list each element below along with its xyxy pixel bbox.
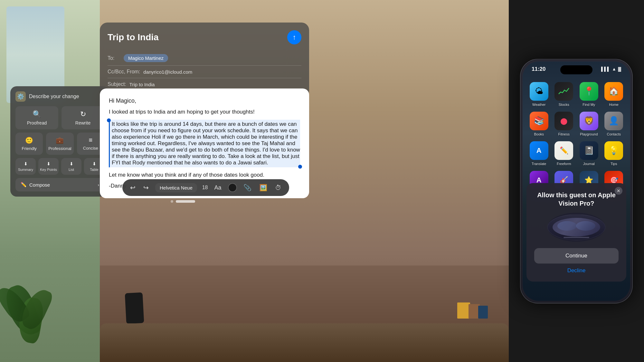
iphone-device: 11:20 ▌▌▌ ▲ ▓ 🌤 Weather — [520, 59, 633, 303]
chevron-right-icon: › — [98, 182, 99, 187]
undo-button[interactable]: ↩ — [129, 182, 137, 193]
font-size: 18 — [202, 185, 208, 190]
status-icons: ▌▌▌ ▲ ▓ — [601, 67, 621, 71]
email-first-paragraph: I looked at trips to India and am hoping… — [109, 109, 300, 115]
to-field-row: To: Magico Martinez — [108, 51, 301, 66]
continue-button[interactable]: Continue — [534, 248, 619, 264]
tools-row3: ⬇ Summary ⬇ Key Points ⬇ List ⬇ Table — [15, 158, 104, 175]
email-subject-line: Trip to India ↑ — [108, 30, 301, 44]
signal-icon: ▌▌▌ — [601, 67, 610, 71]
dialog-title: Allow this guest on Apple Vision Pro? — [534, 191, 619, 208]
app-contacts[interactable]: 👤 Contacts — [604, 112, 624, 136]
email-title: Trip to India — [108, 32, 159, 42]
attachment-button[interactable]: 📎 — [242, 182, 253, 193]
more-button[interactable]: ⏱ — [274, 183, 283, 193]
tools-row1: 🔍 Proofread ↻ Rewrite — [15, 106, 104, 129]
wifi-icon: ▲ — [612, 67, 616, 71]
app-stocks[interactable]: Stocks — [554, 82, 574, 107]
writing-tools-panel: ⚙️ Describe your change 🔍 Proofread ↻ Re… — [10, 86, 109, 197]
app-findmy[interactable]: 📍 Find My — [579, 82, 599, 107]
battery-icon: ▓ — [618, 67, 621, 71]
concise-icon: ≡ — [89, 136, 92, 144]
app-freeform[interactable]: ✏️ Freeform — [554, 141, 574, 166]
email-toolbar: ↩ ↪ Helvetica Neue 18 Aa 📎 🖼️ ⏱ — [122, 179, 289, 196]
smile-icon: 🙂 — [25, 136, 33, 144]
search-icon: 🔍 — [33, 110, 41, 118]
app-tips[interactable]: 💡 Tips — [604, 141, 624, 166]
page-dot — [171, 200, 173, 203]
redo-button[interactable]: ↪ — [142, 182, 150, 193]
app-grid: 🌤 Weather Stocks 📍 Find — [523, 77, 630, 197]
books — [457, 302, 489, 319]
briefcase-icon: 💼 — [56, 136, 64, 144]
rewrite-button[interactable]: ↻ Rewrite — [62, 106, 104, 129]
professional-button[interactable]: 💼 Professional — [46, 133, 73, 155]
subject-label: Subject: — [108, 81, 126, 87]
key-points-icon: ⬇ — [47, 161, 51, 166]
rewrite-icon: ↻ — [80, 110, 86, 118]
gear-icon: ⚙️ — [15, 91, 26, 102]
summary-button[interactable]: ⬇ Summary — [15, 158, 36, 175]
list-button[interactable]: ⬇ List — [61, 158, 81, 175]
font-picker[interactable]: Helvetica Neue — [155, 183, 197, 192]
email-greeting: Hi Magico, — [109, 97, 300, 104]
email-header-panel: Trip to India ↑ To: Magico Martinez Cc/B… — [100, 23, 309, 98]
app-books[interactable]: 📚 Books — [529, 112, 549, 136]
compose-button[interactable]: ✏️ Compose › — [15, 178, 104, 191]
app-weather[interactable]: 🌤 Weather — [529, 82, 549, 107]
status-time: 11:20 — [532, 66, 545, 72]
email-second-paragraph: Let me know what you think and if any of… — [109, 172, 300, 178]
iphone-screen: 11:20 ▌▌▌ ▲ ▓ 🌤 Weather — [523, 61, 630, 301]
cc-field-row: Cc/Bcc, From: danyrico1@icloud.com — [108, 66, 301, 78]
to-label: To: — [108, 55, 120, 61]
font-size-button[interactable]: Aa — [213, 183, 223, 192]
pencil-icon: ✏️ — [21, 182, 27, 188]
iphone-panel: 11:20 ▌▌▌ ▲ ▓ 🌤 Weather — [509, 0, 644, 362]
page-dot-active — [176, 200, 195, 203]
phone-on-table — [125, 292, 144, 324]
email-selected-paragraph: It looks like the trip is around 14 days… — [109, 120, 300, 167]
decline-button[interactable]: Decline — [567, 267, 586, 274]
vision-pro-image — [547, 213, 605, 242]
selected-text-container: It looks like the trip is around 14 days… — [109, 120, 300, 167]
summary-icon: ⬇ — [24, 161, 28, 166]
table-icon: ⬇ — [92, 161, 96, 166]
proofread-button[interactable]: 🔍 Proofread — [15, 106, 58, 129]
panel-header: ⚙️ Describe your change — [15, 91, 104, 102]
tools-row2: 🙂 Friendly 💼 Professional ≡ Concise — [15, 133, 104, 155]
dialog-close-button[interactable]: ✕ — [615, 187, 622, 195]
page-indicator — [171, 200, 195, 203]
app-journal[interactable]: 📓 Journal — [579, 141, 599, 166]
app-fitness[interactable]: ⬤ Fitness — [554, 112, 574, 136]
selection-handle-bottom — [298, 165, 302, 169]
font-name: Helvetica Neue — [160, 185, 193, 190]
panel-title: Describe your change — [29, 94, 79, 99]
from-email: danyrico1@icloud.com — [143, 69, 192, 75]
recipient-tag[interactable]: Magico Martinez — [124, 54, 168, 62]
list-icon: ⬇ — [70, 161, 73, 166]
send-button[interactable]: ↑ — [287, 30, 301, 44]
friendly-button[interactable]: 🙂 Friendly — [15, 133, 43, 155]
subject-value: Trip to India — [129, 82, 155, 87]
cc-label: Cc/Bcc, From: — [108, 69, 140, 75]
color-picker[interactable] — [228, 183, 237, 192]
app-playground[interactable]: 🦁 Playground — [579, 112, 599, 136]
image-button[interactable]: 🖼️ — [258, 182, 269, 193]
dynamic-island — [560, 65, 592, 74]
sofa — [100, 323, 509, 362]
app-home[interactable]: 🏠 Home — [604, 82, 624, 107]
key-points-button[interactable]: ⬇ Key Points — [38, 158, 59, 175]
vision-pro-dialog: ✕ Allow this guest on Apple Vision Pro? … — [526, 183, 626, 282]
app-translate[interactable]: A Translate — [529, 141, 549, 166]
